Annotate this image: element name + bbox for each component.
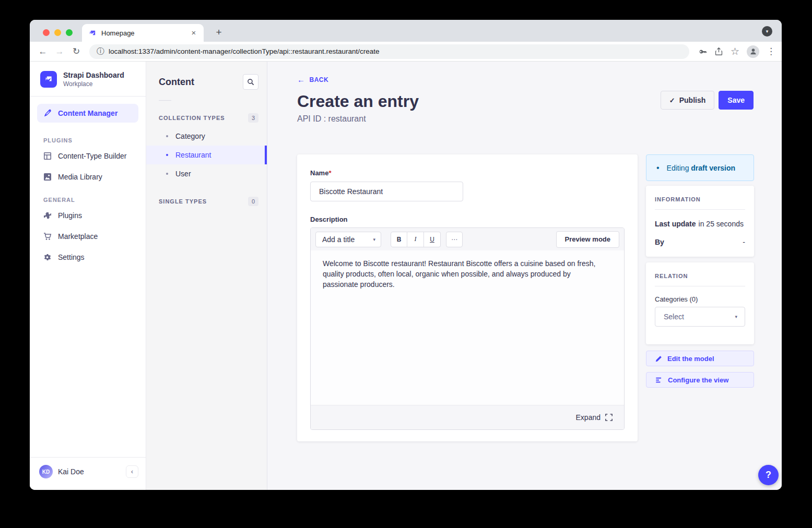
image-icon bbox=[43, 173, 52, 181]
url-bar[interactable]: ⓘ localhost:1337/admin/content-manager/c… bbox=[89, 44, 689, 59]
main-content: ← BACK Create an entry API ID : restaura… bbox=[267, 62, 782, 490]
browser-avatar[interactable] bbox=[747, 45, 759, 58]
user-avatar: KD bbox=[39, 465, 53, 478]
preview-mode-button[interactable]: Preview mode bbox=[556, 231, 619, 248]
sidebar-spacer bbox=[30, 268, 146, 457]
collapse-sidebar-button[interactable]: ‹ bbox=[126, 465, 138, 478]
zoom-window-button[interactable] bbox=[66, 29, 73, 36]
underline-button[interactable]: U bbox=[424, 232, 441, 247]
expand-icon[interactable] bbox=[605, 414, 613, 421]
tab-title: Homepage bbox=[101, 29, 189, 37]
screenshot-stage: Homepage × + ▾ ← → ↻ ⓘ localhost:1337/ad… bbox=[0, 0, 812, 528]
title-style-select[interactable]: Add a title ▾ bbox=[315, 232, 381, 247]
selected-indicator bbox=[265, 146, 267, 164]
forward-icon[interactable]: → bbox=[53, 45, 66, 58]
sidebar-item-content-manager[interactable]: Content Manager bbox=[37, 104, 138, 123]
last-update-row: Last update in 25 seconds bbox=[655, 220, 745, 228]
toolbar-actions: ☆ ⋮ bbox=[698, 45, 775, 58]
bullet-icon bbox=[166, 173, 168, 175]
sidebar-item-settings[interactable]: Settings bbox=[30, 247, 146, 268]
api-id-subtitle: API ID : restaurant bbox=[297, 114, 754, 124]
bullet-icon bbox=[166, 154, 168, 156]
help-button[interactable]: ? bbox=[758, 465, 779, 485]
back-arrow-icon: ← bbox=[297, 75, 305, 84]
edit-model-button[interactable]: Edit the model bbox=[646, 351, 754, 366]
description-textarea[interactable]: Welcome to Biscotte restaurant! Restaura… bbox=[311, 250, 624, 405]
collection-types-count: 3 bbox=[248, 113, 258, 123]
subnav-title: Content bbox=[159, 77, 194, 88]
share-icon[interactable] bbox=[714, 47, 723, 56]
subnav-item-label: Restaurant bbox=[175, 151, 211, 159]
new-tab-button[interactable]: + bbox=[211, 26, 226, 40]
content-row: Name* Description Add a title ▾ bbox=[297, 154, 754, 441]
sidebar-item-label: Settings bbox=[58, 253, 85, 261]
sidebar-item-label: Marketplace bbox=[58, 232, 98, 241]
card-divider bbox=[655, 209, 745, 210]
browser-window: Homepage × + ▾ ← → ↻ ⓘ localhost:1337/ad… bbox=[30, 20, 782, 490]
name-label: Name* bbox=[310, 169, 625, 177]
browser-profile-icon[interactable]: ▾ bbox=[762, 26, 772, 37]
subnav-item-label: User bbox=[175, 170, 191, 178]
required-asterisk: * bbox=[328, 169, 331, 177]
sidebar-item-plugins[interactable]: Plugins bbox=[30, 205, 146, 226]
menu-dots-icon[interactable]: ⋮ bbox=[767, 46, 775, 57]
content-subnav: Content COLLECTION TYPES 3 Category Res bbox=[146, 62, 267, 490]
categories-select[interactable]: Select ▾ bbox=[655, 307, 745, 327]
single-types-count: 0 bbox=[248, 197, 258, 206]
url-text: localhost:1337/admin/content-manager/col… bbox=[109, 47, 380, 55]
editor-footer: Expand bbox=[311, 405, 624, 429]
sidebar-section-general: GENERAL bbox=[43, 197, 146, 203]
workspace-header[interactable]: Strapi Dashboard Workplace bbox=[30, 62, 146, 96]
browser-toolbar: ← → ↻ ⓘ localhost:1337/admin/content-man… bbox=[30, 42, 782, 62]
editor-toolbar: Add a title ▾ B I U ⋯ Preview mode bbox=[311, 228, 624, 250]
reload-icon[interactable]: ↻ bbox=[69, 45, 83, 58]
publish-button[interactable]: ✓ Publish bbox=[661, 91, 714, 110]
traffic-lights bbox=[43, 29, 73, 36]
browser-tab[interactable]: Homepage × bbox=[82, 24, 204, 42]
back-link[interactable]: ← BACK bbox=[297, 75, 328, 84]
user-name: Kai Doe bbox=[58, 467, 121, 476]
sidebar-section-plugins: PLUGINS bbox=[43, 137, 146, 143]
close-window-button[interactable] bbox=[43, 29, 50, 36]
bullet-icon bbox=[166, 135, 168, 137]
feather-pen-icon bbox=[43, 109, 52, 117]
more-formats-button[interactable]: ⋯ bbox=[446, 232, 463, 247]
bookmark-star-icon[interactable]: ☆ bbox=[731, 45, 739, 57]
name-input[interactable] bbox=[310, 182, 463, 201]
sidebar-item-label: Content-Type Builder bbox=[58, 152, 127, 160]
workspace-name: Workplace bbox=[63, 80, 124, 88]
search-button[interactable] bbox=[243, 74, 258, 90]
subnav-item-user[interactable]: User bbox=[146, 164, 267, 183]
subnav-item-restaurant[interactable]: Restaurant bbox=[146, 146, 267, 164]
categories-label: Categories (0) bbox=[655, 295, 745, 303]
back-icon[interactable]: ← bbox=[36, 45, 50, 58]
italic-button[interactable]: I bbox=[407, 232, 424, 247]
cart-icon bbox=[43, 232, 52, 241]
chevron-down-icon: ▾ bbox=[735, 314, 737, 319]
subnav-divider bbox=[159, 100, 171, 101]
entry-form-card: Name* Description Add a title ▾ bbox=[297, 154, 638, 441]
user-menu[interactable]: KD Kai Doe ‹ bbox=[30, 457, 146, 490]
single-types-label: SINGLE TYPES bbox=[159, 198, 207, 205]
strapi-logo-icon bbox=[40, 71, 57, 88]
site-info-icon[interactable]: ⓘ bbox=[97, 46, 104, 56]
sidebar-item-content-type-builder[interactable]: Content-Type Builder bbox=[30, 146, 146, 166]
chevron-down-icon: ▾ bbox=[373, 237, 375, 242]
bold-button[interactable]: B bbox=[391, 232, 407, 247]
by-row: By - bbox=[655, 238, 745, 246]
minimize-window-button[interactable] bbox=[54, 29, 61, 36]
save-button[interactable]: Save bbox=[719, 91, 754, 110]
sidebar-item-label: Plugins bbox=[58, 211, 82, 220]
tab-strip: Homepage × + ▾ bbox=[30, 20, 782, 42]
sidebar-item-marketplace[interactable]: Marketplace bbox=[30, 226, 146, 247]
tab-close-icon[interactable]: × bbox=[189, 28, 198, 38]
configure-view-button[interactable]: Configure the view bbox=[646, 372, 754, 388]
subnav-item-category[interactable]: Category bbox=[146, 127, 267, 146]
sidebar-item-media-library[interactable]: Media Library bbox=[30, 166, 146, 187]
expand-label[interactable]: Expand bbox=[576, 413, 601, 422]
password-key-icon[interactable] bbox=[698, 47, 707, 56]
check-icon: ✓ bbox=[669, 97, 675, 104]
format-button-group: B I U bbox=[391, 232, 441, 247]
richtext-editor: Add a title ▾ B I U ⋯ Preview mode bbox=[310, 227, 625, 430]
puzzle-icon bbox=[43, 211, 52, 220]
